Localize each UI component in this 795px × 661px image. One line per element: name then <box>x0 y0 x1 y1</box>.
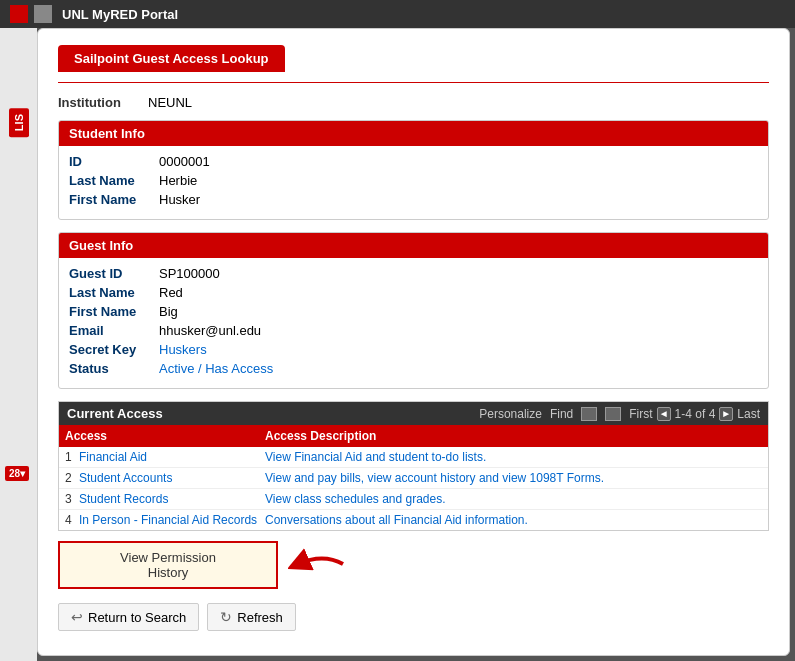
divider <box>58 82 769 83</box>
return-icon: ↩ <box>71 609 83 625</box>
guest-info-header: Guest Info <box>59 233 768 258</box>
row-access-desc: View Financial Aid and student to-do lis… <box>265 450 762 464</box>
first-page-label: First <box>629 407 652 421</box>
red-arrow-icon <box>288 548 348 580</box>
return-to-search-button[interactable]: ↩ Return to Search <box>58 603 199 631</box>
col-access-header: Access <box>65 429 265 443</box>
guest-secretkey-label: Secret Key <box>69 342 159 357</box>
student-lastname-value: Herbie <box>159 173 197 188</box>
refresh-button[interactable]: ↻ Refresh <box>207 603 296 631</box>
guest-email-row: Email hhusker@unl.edu <box>69 323 758 338</box>
guest-status-row: Status Active / Has Access <box>69 361 758 376</box>
guest-secretkey-row: Secret Key Huskers <box>69 342 758 357</box>
logo-red-block <box>10 5 28 23</box>
row-access-desc: View class schedules and grades. <box>265 492 762 506</box>
tab-label: Sailpoint Guest Access Lookup <box>74 51 269 66</box>
return-to-search-label: Return to Search <box>88 610 186 625</box>
grid-icon[interactable] <box>605 407 621 421</box>
top-bar-title: UNL MyRED Portal <box>62 7 178 22</box>
personalize-button[interactable]: Personalize <box>479 407 542 421</box>
top-bar: UNL MyRED Portal <box>0 0 795 28</box>
student-info-title: Student Info <box>69 126 145 141</box>
current-access-table: Current Access Personalize Find First ◄ … <box>58 401 769 531</box>
guest-firstname-value: Big <box>159 304 178 319</box>
guest-status-value: Active / Has Access <box>159 361 273 376</box>
row-access-desc: Conversations about all Financial Aid in… <box>265 513 762 527</box>
guest-firstname-row: First Name Big <box>69 304 758 319</box>
guest-secretkey-value: Huskers <box>159 342 207 357</box>
table-row: 3 Student Records View class schedules a… <box>59 489 768 510</box>
row-access-name[interactable]: Student Accounts <box>79 471 265 485</box>
permission-history-section: View Permission History <box>58 541 769 589</box>
table-row: 4 In Person - Financial Aid Records Conv… <box>59 510 768 530</box>
pagination-nav: First ◄ 1-4 of 4 ► Last <box>629 407 760 421</box>
view-permission-history-button[interactable]: View Permission History <box>58 541 278 589</box>
student-lastname-label: Last Name <box>69 173 159 188</box>
logo-gray-block <box>34 5 52 23</box>
guest-status-label: Status <box>69 361 159 376</box>
modal-inner: Sailpoint Guest Access Lookup Institutio… <box>38 29 789 655</box>
student-firstname-value: Husker <box>159 192 200 207</box>
modal: Sailpoint Guest Access Lookup Institutio… <box>37 28 790 656</box>
next-page-button[interactable]: ► <box>719 407 733 421</box>
access-toolbar: Current Access Personalize Find First ◄ … <box>59 402 768 425</box>
lis-tab[interactable]: LIS <box>9 108 29 137</box>
find-button[interactable]: Find <box>550 407 573 421</box>
toolbar-controls: Personalize Find First ◄ 1-4 of 4 ► Last <box>479 407 760 421</box>
guest-id-value: SP100000 <box>159 266 220 281</box>
student-info-body: ID 0000001 Last Name Herbie First Name H… <box>59 146 768 219</box>
logo: UNL MyRED Portal <box>10 5 178 23</box>
guest-lastname-value: Red <box>159 285 183 300</box>
access-toolbar-title: Current Access <box>67 406 479 421</box>
student-firstname-label: First Name <box>69 192 159 207</box>
arrow-indicator <box>288 548 348 583</box>
guest-id-label: Guest ID <box>69 266 159 281</box>
col-desc-header: Access Description <box>265 429 762 443</box>
row-access-name[interactable]: In Person - Financial Aid Records <box>79 513 265 527</box>
guest-email-label: Email <box>69 323 159 338</box>
table-row: 1 Financial Aid View Financial Aid and s… <box>59 447 768 468</box>
institution-row: Institution NEUNL <box>58 95 769 110</box>
last-page-label: Last <box>737 407 760 421</box>
bottom-bar: ↩ Return to Search ↻ Refresh <box>58 603 769 631</box>
lis-tab-label: LIS <box>13 114 25 131</box>
row-number: 1 <box>65 450 79 464</box>
access-col-headers: Access Access Description <box>59 425 768 447</box>
page-number-badge: 28▾ <box>5 466 29 481</box>
student-firstname-row: First Name Husker <box>69 192 758 207</box>
guest-firstname-label: First Name <box>69 304 159 319</box>
student-id-row: ID 0000001 <box>69 154 758 169</box>
row-number: 2 <box>65 471 79 485</box>
left-sidebar: LIS 28▾ <box>0 28 37 661</box>
institution-label: Institution <box>58 95 148 110</box>
refresh-icon: ↻ <box>220 609 232 625</box>
row-access-name[interactable]: Financial Aid <box>79 450 265 464</box>
row-access-desc: View and pay bills, view account history… <box>265 471 762 485</box>
guest-email-value: hhusker@unl.edu <box>159 323 261 338</box>
access-rows: 1 Financial Aid View Financial Aid and s… <box>59 447 768 530</box>
guest-info-title: Guest Info <box>69 238 133 253</box>
find-icon[interactable] <box>581 407 597 421</box>
student-id-label: ID <box>69 154 159 169</box>
institution-value: NEUNL <box>148 95 192 110</box>
row-number: 4 <box>65 513 79 527</box>
prev-page-button[interactable]: ◄ <box>657 407 671 421</box>
guest-info-section: Guest Info Guest ID SP100000 Last Name R… <box>58 232 769 389</box>
student-info-section: Student Info ID 0000001 Last Name Herbie… <box>58 120 769 220</box>
guest-info-body: Guest ID SP100000 Last Name Red First Na… <box>59 258 768 388</box>
student-info-header: Student Info <box>59 121 768 146</box>
guest-lastname-label: Last Name <box>69 285 159 300</box>
guest-lastname-row: Last Name Red <box>69 285 758 300</box>
row-access-name[interactable]: Student Records <box>79 492 265 506</box>
table-row: 2 Student Accounts View and pay bills, v… <box>59 468 768 489</box>
row-number: 3 <box>65 492 79 506</box>
refresh-label: Refresh <box>237 610 283 625</box>
modal-tab[interactable]: Sailpoint Guest Access Lookup <box>58 45 285 72</box>
pagination-info: 1-4 of 4 <box>675 407 716 421</box>
guest-id-row: Guest ID SP100000 <box>69 266 758 281</box>
student-lastname-row: Last Name Herbie <box>69 173 758 188</box>
student-id-value: 0000001 <box>159 154 210 169</box>
